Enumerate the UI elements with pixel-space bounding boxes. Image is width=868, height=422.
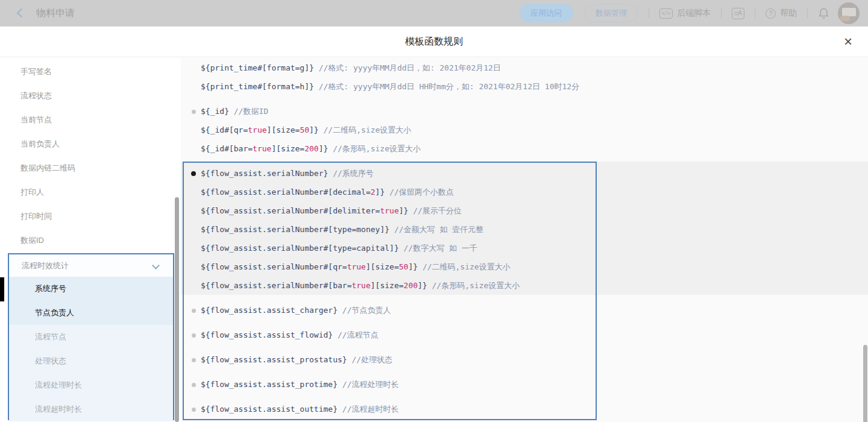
sidebar-subitem[interactable]: 系统序号: [9, 277, 173, 301]
code-line: ${flow_assist.serialNumber#[decimal=2]} …: [201, 186, 454, 198]
code-line: ${flow_assist.assist_charger} //节点负责人: [201, 304, 391, 316]
code-line: ${flow_assist.serialNumber#[type=capital…: [201, 242, 477, 254]
sidebar-item[interactable]: 当前负责人: [0, 132, 181, 156]
code-icon: </>: [659, 8, 673, 19]
sidebar-group-flow-stats: 流程时效统计 系统序号节点负责人流程节点处理状态流程处理时长流程超时时长: [8, 253, 174, 420]
template-rules-modal: 模板函数规则 × 手写签名流程状态当前节点当前负责人数据内链二维码打印人打印时间…: [0, 27, 868, 422]
code-line: ${flow_assist.serialNumber#[bar=true][si…: [201, 280, 520, 292]
modal-title: 模板函数规则: [0, 36, 868, 48]
code-line: ${flow_assist.serialNumber#[delimiter=tr…: [201, 205, 462, 217]
code-line: ${print_time#[format=g]} //格式: yyyy年MM月d…: [201, 62, 501, 74]
modal-sidebar: 手写签名流程状态当前节点当前负责人数据内链二维码打印人打印时间数据ID 流程时效…: [0, 58, 181, 422]
sidebar-subitem[interactable]: 流程超时时长: [9, 397, 173, 421]
sidebar-item[interactable]: 数据ID: [0, 228, 181, 253]
code-line: ${flow_assist.assist_outtime} //流程超时时长: [201, 403, 398, 415]
modal-content: ${print_time#[format=g]} //格式: yyyy年MM月d…: [181, 58, 868, 422]
active-item-indicator: [0, 277, 4, 301]
bullet-icon: [192, 408, 196, 412]
sidebar-item[interactable]: 数据内链二维码: [0, 156, 181, 180]
data-manage-button[interactable]: 数据管理: [584, 4, 638, 22]
code-line: ${_id} //数据ID: [201, 106, 268, 118]
top-navigation-bar: 物料申请 应用访问 数据管理 </> 后端脚本 A ? 帮助: [0, 0, 868, 27]
backend-script-button[interactable]: </> 后端脚本: [659, 8, 711, 19]
sidebar-subitem[interactable]: 流程节点: [9, 325, 173, 349]
app-access-button[interactable]: 应用访问: [519, 4, 573, 22]
sidebar-subitem[interactable]: 节点负责人: [9, 301, 173, 325]
sidebar-scrollbar[interactable]: [175, 197, 179, 422]
sidebar-item[interactable]: 流程状态: [0, 84, 181, 108]
modal-header: 模板函数规则 ×: [0, 27, 868, 57]
code-line: ${flow_assist.serialNumber#[qr=true][siz…: [201, 261, 511, 273]
sidebar-subitem[interactable]: 流程处理时长: [9, 373, 173, 397]
bullet-icon: [192, 333, 196, 338]
divider: [721, 8, 722, 18]
code-line: ${flow_assist.assist_protime} //流程处理时长: [201, 379, 398, 391]
bullet-icon: [192, 383, 196, 387]
bullet-icon: [192, 358, 196, 362]
sidebar-item[interactable]: 打印人: [0, 180, 181, 204]
code-line: ${flow_assist.serialNumber} //系统序号: [201, 168, 374, 180]
code-line: ${_id#[bar=true][size=200]} //条形码,size设置…: [201, 143, 421, 155]
divider: [755, 8, 755, 18]
close-icon[interactable]: ×: [844, 33, 852, 50]
help-button[interactable]: ? 帮助: [766, 8, 797, 19]
sidebar-group-header[interactable]: 流程时效统计: [9, 254, 173, 277]
sidebar-subitem[interactable]: 处理状态: [9, 349, 173, 373]
id-card-icon[interactable]: A: [732, 8, 744, 19]
back-chevron-icon[interactable]: [17, 8, 27, 18]
content-scrollbar[interactable]: [863, 345, 867, 422]
sidebar-item[interactable]: 当前节点: [0, 108, 181, 132]
sidebar-item[interactable]: 打印时间: [0, 204, 181, 228]
bell-icon[interactable]: [818, 7, 829, 19]
code-line: ${print_time#[format=h]} //格式: yyyy年MM月d…: [201, 81, 579, 93]
sidebar-list: 手写签名流程状态当前节点当前负责人数据内链二维码打印人打印时间数据ID: [0, 58, 181, 253]
sidebar-item[interactable]: 手写签名: [0, 60, 181, 84]
sidebar-group-children: 系统序号节点负责人流程节点处理状态流程处理时长流程超时时长: [9, 277, 173, 421]
user-avatar[interactable]: [838, 2, 860, 24]
code-line: ${flow_assist.assist_flowid} //流程节点: [201, 329, 379, 341]
divider: [649, 8, 649, 18]
divider: [807, 8, 808, 18]
bullet-icon: [192, 309, 196, 313]
app-page-title: 物料申请: [36, 7, 75, 20]
bullet-icon: [191, 171, 196, 176]
code-line: ${_id#[qr=true][size=50]} //二维码,size设置大小: [201, 124, 411, 136]
code-line: ${flow_assist.assist_prostatus} //处理状态: [201, 354, 392, 366]
app-root: 物料申请 应用访问 数据管理 </> 后端脚本 A ? 帮助: [0, 0, 868, 422]
code-line: ${flow_assist.serialNumber#[type=money]}…: [201, 224, 483, 236]
chevron-down-icon: [152, 262, 160, 269]
question-icon: ?: [766, 8, 776, 19]
bullet-icon: [192, 110, 196, 114]
topbar-actions: 应用访问 数据管理 </> 后端脚本 A ? 帮助: [519, 0, 860, 27]
